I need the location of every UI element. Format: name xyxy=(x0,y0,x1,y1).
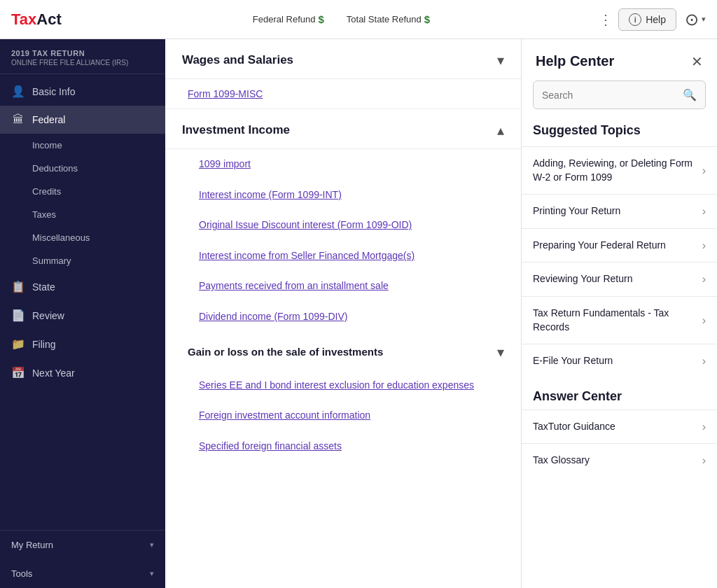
sidebar-label-state: State xyxy=(32,281,55,293)
info-icon: i xyxy=(629,13,641,26)
review-icon: 📄 xyxy=(11,309,25,322)
wages-collapse-button[interactable]: ▾ xyxy=(497,52,504,69)
sidebar-item-next-year[interactable]: 📅 Next Year xyxy=(0,358,165,387)
chevron-right-icon-4: › xyxy=(702,314,706,327)
answer-chevron-right-icon-1: › xyxy=(702,454,706,467)
link-seller-financed-mortgage[interactable]: Interest income from Seller Financed Mor… xyxy=(165,241,521,272)
logo-tax: Tax xyxy=(11,10,36,28)
my-return-chevron-icon: ▾ xyxy=(150,540,154,550)
tools-label: Tools xyxy=(11,568,32,579)
help-search-box: 🔍 xyxy=(533,80,706,109)
state-refund-amount: $ xyxy=(424,13,430,25)
link-1099-import[interactable]: 1099 import xyxy=(165,149,521,180)
answer-center-title: Answer Center xyxy=(522,378,717,410)
chevron-right-icon-5: › xyxy=(702,355,706,368)
help-search-button[interactable]: 🔍 xyxy=(674,81,705,108)
help-topic-2[interactable]: Preparing Your Federal Return › xyxy=(522,228,717,262)
sidebar-footer: My Return ▾ Tools ▾ xyxy=(0,530,165,588)
chevron-right-icon-3: › xyxy=(702,273,706,286)
user-chevron-icon: ▾ xyxy=(702,15,706,24)
next-year-icon: 📅 xyxy=(11,366,25,379)
investment-section-title: Investment Income xyxy=(182,123,290,137)
sidebar-item-federal[interactable]: 🏛 Federal xyxy=(0,106,165,134)
link-interest-income[interactable]: Interest income (Form 1099-INT) xyxy=(165,180,521,211)
sidebar-item-filing[interactable]: 📁 Filing xyxy=(0,330,165,358)
main-layout: 2019 TAX RETURN ONLINE FREE FILE ALLIANC… xyxy=(0,39,717,588)
person-icon: 👤 xyxy=(11,85,25,98)
sidebar-label-filing: Filing xyxy=(32,339,55,350)
link-specified-foreign[interactable]: Specified foreign financial assets xyxy=(165,431,521,462)
link-original-issue-discount[interactable]: Original Issue Discount interest (Form 1… xyxy=(165,210,521,241)
help-topic-label-4: Tax Return Fundamentals - Tax Records xyxy=(533,307,697,334)
my-return-label: My Return xyxy=(11,540,53,550)
help-panel-title: Help Center xyxy=(536,53,614,69)
investment-section-header: Investment Income ▴ xyxy=(165,109,521,149)
federal-refund: Federal Refund $ xyxy=(253,13,324,25)
logo-act: Act xyxy=(36,10,61,28)
sidebar-item-review[interactable]: 📄 Review xyxy=(0,301,165,330)
sidebar-label-next-year: Next Year xyxy=(32,368,75,379)
state-refund-label: Total State Refund xyxy=(347,14,422,24)
investment-collapse-button[interactable]: ▴ xyxy=(497,122,504,139)
sidebar-subitem-deductions[interactable]: Deductions xyxy=(0,157,165,180)
answer-topic-0[interactable]: TaxTutor Guidance › xyxy=(522,410,717,444)
federal-refund-label: Federal Refund xyxy=(253,14,316,24)
help-panel-close-button[interactable]: ✕ xyxy=(691,55,703,69)
link-series-ee-bond[interactable]: Series EE and I bond interest exclusion … xyxy=(165,370,521,401)
gain-loss-section-header: Gain or loss on the sale of investments … xyxy=(165,332,521,370)
sidebar-item-state[interactable]: 📋 State xyxy=(0,272,165,301)
federal-refund-amount: $ xyxy=(318,13,323,25)
help-panel: Help Center ✕ 🔍 Suggested Topics Adding,… xyxy=(521,39,717,588)
help-topic-1[interactable]: Printing Your Return › xyxy=(522,194,717,228)
sidebar-footer-tools[interactable]: Tools ▾ xyxy=(0,559,165,588)
sidebar-subitem-summary[interactable]: Summary xyxy=(0,249,165,272)
help-topic-label-3: Reviewing Your Return xyxy=(533,272,697,286)
gain-loss-collapse-button[interactable]: ▾ xyxy=(497,344,504,360)
sidebar-subtitle: ONLINE FREE FILE ALLIANCE (IRS) xyxy=(11,59,154,66)
sidebar-item-basic-info[interactable]: 👤 Basic Info xyxy=(0,77,165,106)
answer-topic-label-1: Tax Glossary xyxy=(533,454,697,468)
logo: TaxAct xyxy=(11,10,62,29)
help-panel-header: Help Center ✕ xyxy=(522,39,717,80)
answer-topic-label-0: TaxTutor Guidance xyxy=(533,420,697,434)
help-search-input[interactable] xyxy=(534,83,674,108)
sidebar-subitem-income[interactable]: Income xyxy=(0,134,165,157)
tools-chevron-icon: ▾ xyxy=(150,569,154,578)
sidebar-label-review: Review xyxy=(32,310,64,321)
user-menu-button[interactable]: ⊙ ▾ xyxy=(685,10,706,29)
gain-loss-title: Gain or loss on the sale of investments xyxy=(188,346,383,358)
refund-area: Federal Refund $ Total State Refund $ xyxy=(253,13,430,25)
help-topic-label-0: Adding, Reviewing, or Deleting Form W-2 … xyxy=(533,157,697,184)
answer-chevron-right-icon-0: › xyxy=(702,421,706,433)
sidebar-federal-subnav: Income Deductions Credits Taxes Miscella… xyxy=(0,134,165,272)
state-refund: Total State Refund $ xyxy=(347,13,430,25)
sidebar-subitem-miscellaneous[interactable]: Miscellaneous xyxy=(0,226,165,249)
more-options-button[interactable]: ⋮ xyxy=(593,8,618,31)
form-1099-misc-link[interactable]: Form 1099-MISC xyxy=(165,79,521,109)
help-topic-3[interactable]: Reviewing Your Return › xyxy=(522,262,717,296)
sidebar-subitem-credits[interactable]: Credits xyxy=(0,180,165,203)
help-topic-label-1: Printing Your Return xyxy=(533,204,697,218)
link-installment-sale[interactable]: Payments received from an installment sa… xyxy=(165,271,521,302)
chevron-right-icon-2: › xyxy=(702,239,706,252)
link-foreign-investment[interactable]: Foreign investment account information xyxy=(165,400,521,431)
help-topic-5[interactable]: E-File Your Return › xyxy=(522,344,717,378)
main-content: Wages and Salaries ▾ Form 1099-MISC Inve… xyxy=(165,39,521,588)
help-topic-4[interactable]: Tax Return Fundamentals - Tax Records › xyxy=(522,296,717,344)
help-label: Help xyxy=(646,14,666,25)
federal-icon: 🏛 xyxy=(11,113,25,126)
filing-icon: 📁 xyxy=(11,337,25,351)
sidebar-header: 2019 TAX RETURN ONLINE FREE FILE ALLIANC… xyxy=(0,39,165,74)
sidebar-label-basic-info: Basic Info xyxy=(32,86,75,97)
help-button[interactable]: i Help xyxy=(618,8,676,31)
sidebar-footer-my-return[interactable]: My Return ▾ xyxy=(0,531,165,559)
wages-section-header: Wages and Salaries ▾ xyxy=(165,39,521,79)
help-topic-label-2: Preparing Your Federal Return xyxy=(533,239,697,253)
suggested-topics-title: Suggested Topics xyxy=(522,123,717,146)
sidebar-subitem-taxes[interactable]: Taxes xyxy=(0,203,165,226)
wages-section-title: Wages and Salaries xyxy=(182,53,293,67)
answer-topic-1[interactable]: Tax Glossary › xyxy=(522,443,717,477)
state-icon: 📋 xyxy=(11,280,25,293)
help-topic-0[interactable]: Adding, Reviewing, or Deleting Form W-2 … xyxy=(522,146,717,194)
link-dividend-income[interactable]: Dividend income (Form 1099-DIV) xyxy=(165,302,521,332)
